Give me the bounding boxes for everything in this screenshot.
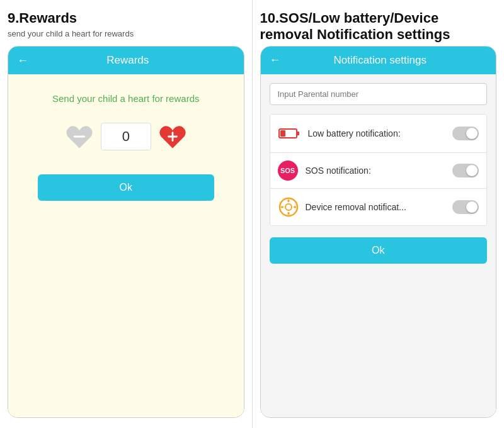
low-battery-row: Low battery notification: bbox=[270, 115, 487, 153]
notif-body: Low battery notification: SOS SOS notifi… bbox=[261, 74, 496, 417]
right-section-title: 10.SOS/Low battery/Device removal Notifi… bbox=[260, 10, 497, 43]
device-removal-row: Device removal notificat... bbox=[270, 189, 487, 225]
svg-rect-2 bbox=[171, 132, 173, 142]
decrease-heart-button[interactable] bbox=[64, 121, 94, 152]
rewards-back-button[interactable]: ← bbox=[17, 54, 28, 67]
svg-rect-0 bbox=[74, 136, 85, 138]
notif-app-bar: ← Notification settings bbox=[261, 47, 496, 74]
device-removal-toggle[interactable] bbox=[452, 200, 479, 214]
sos-row: SOS SOS notification: bbox=[270, 153, 487, 189]
rewards-ok-button[interactable]: Ok bbox=[38, 174, 214, 201]
svg-point-7 bbox=[285, 204, 292, 210]
notif-back-button[interactable]: ← bbox=[270, 54, 281, 67]
increase-heart-button[interactable] bbox=[158, 121, 188, 152]
notif-ok-button[interactable]: Ok bbox=[270, 237, 488, 264]
sos-label: SOS notification: bbox=[306, 166, 453, 176]
notification-rows: Low battery notification: SOS SOS notifi… bbox=[270, 114, 488, 226]
sos-toggle[interactable] bbox=[452, 164, 479, 177]
low-battery-toggle[interactable] bbox=[452, 127, 479, 140]
svg-rect-4 bbox=[297, 132, 299, 135]
notif-app-bar-title: Notification settings bbox=[289, 54, 472, 67]
svg-rect-5 bbox=[280, 130, 285, 137]
notification-phone-shell: ← Notification settings Low battery noti… bbox=[260, 46, 497, 418]
svg-rect-9 bbox=[287, 212, 289, 215]
left-panel: 9.Rewards send your child a heart for re… bbox=[0, 0, 252, 428]
rewards-app-bar: ← Rewards bbox=[8, 47, 244, 74]
sos-icon: SOS bbox=[278, 160, 298, 181]
counter-display: 0 bbox=[101, 123, 151, 150]
device-removal-label: Device removal notificat... bbox=[306, 202, 453, 212]
rewards-app-bar-title: Rewards bbox=[36, 54, 220, 67]
rewards-body: Send your child a heart for rewards 0 bbox=[8, 74, 244, 417]
left-section-title: 9.Rewards bbox=[8, 10, 244, 26]
svg-rect-11 bbox=[294, 206, 296, 208]
rewards-counter: 0 bbox=[64, 121, 188, 152]
parental-number-input[interactable] bbox=[270, 83, 488, 105]
left-section-subtitle: send your child a heart for rewards bbox=[8, 29, 244, 38]
rewards-phone-shell: ← Rewards Send your child a heart for re… bbox=[8, 46, 244, 418]
right-panel: 10.SOS/Low battery/Device removal Notifi… bbox=[253, 0, 505, 428]
battery-icon bbox=[278, 122, 301, 145]
low-battery-label: Low battery notification: bbox=[308, 128, 453, 138]
svg-rect-8 bbox=[287, 200, 289, 202]
svg-rect-10 bbox=[281, 206, 284, 208]
device-icon bbox=[278, 196, 299, 218]
rewards-message: Send your child a heart for rewards bbox=[52, 93, 199, 104]
